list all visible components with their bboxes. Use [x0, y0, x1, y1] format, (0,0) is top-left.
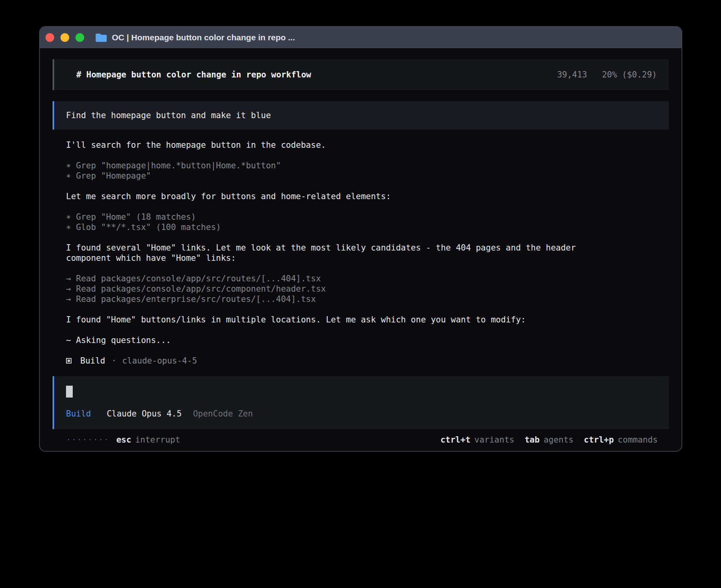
user-message: Find the homepage button and make it blu… — [53, 101, 669, 130]
interrupt-label: interrupt — [135, 435, 180, 445]
prompt-input[interactable]: Build Claude Opus 4.5 OpenCode Zen — [53, 376, 669, 429]
input-provider: OpenCode Zen — [193, 409, 253, 418]
tool-call-group: ∗ Grep "Home" (18 matches) ∗ Glob "**/*.… — [66, 212, 669, 232]
status-bar-left: ········ esc interrupt — [66, 435, 180, 445]
shortcut-variants: ctrl+t variants — [440, 435, 514, 445]
input-mode[interactable]: Build — [66, 409, 91, 418]
tool-call-grep: ∗ Grep "Homepage" — [66, 171, 669, 181]
zoom-button[interactable] — [75, 33, 84, 42]
tool-call-read: → Read packages/console/app/src/routes/[… — [66, 273, 669, 284]
status-bar-right: ctrl+t variants tab agents ctrl+p comman… — [430, 435, 658, 445]
shortcut-key: ctrl+p — [584, 435, 614, 445]
traffic-lights — [45, 33, 84, 42]
close-button[interactable] — [45, 33, 54, 42]
tool-call-read: → Read packages/console/app/src/componen… — [66, 284, 669, 294]
assistant-text: I found several "Home" links. Let me loo… — [66, 243, 579, 263]
session-meta: 39,413 20% ($0.29) — [557, 70, 657, 80]
interrupt-key: esc — [116, 435, 131, 445]
agent-status-line: Build · claude-opus-4-5 — [66, 356, 669, 366]
spinner-dots-icon: ········ — [66, 435, 109, 445]
agent-separator: · — [111, 356, 117, 366]
input-model[interactable]: Claude Opus 4.5 — [107, 409, 182, 418]
token-count: 39,413 — [557, 70, 587, 79]
shortcut-agents: tab agents — [525, 435, 574, 445]
session-header: # Homepage button color change in repo w… — [53, 59, 669, 90]
terminal-content: # Homepage button color change in repo w… — [40, 48, 681, 452]
tool-call-group: ∗ Grep "homepage|home.*button|Home.*butt… — [66, 160, 669, 181]
status-bar: ········ esc interrupt ctrl+t variants t… — [53, 434, 669, 446]
shortcut-key: ctrl+t — [440, 435, 470, 445]
shortcut-label: agents — [544, 435, 574, 445]
shortcut-label: commands — [618, 435, 658, 445]
assistant-text: I'll search for the homepage button in t… — [66, 140, 669, 150]
shortcut-commands: ctrl+p commands — [584, 435, 658, 445]
tool-call-glob: ∗ Glob "**/*.tsx" (100 matches) — [66, 222, 669, 232]
context-usage: 20% ($0.29) — [602, 70, 657, 79]
assistant-text: I found "Home" buttons/links in multiple… — [66, 315, 669, 325]
minimize-button[interactable] — [60, 33, 69, 42]
input-meta: Build Claude Opus 4.5 OpenCode Zen — [66, 409, 657, 419]
tool-call-grep: ∗ Grep "Home" (18 matches) — [66, 212, 669, 222]
tool-call-grep: ∗ Grep "homepage|home.*button|Home.*butt… — [66, 160, 669, 171]
square-dot-icon — [66, 358, 72, 364]
agent-model: claude-opus-4-5 — [122, 356, 197, 366]
tool-call-group: → Read packages/console/app/src/routes/[… — [66, 273, 669, 304]
session-title: # Homepage button color change in repo w… — [76, 70, 311, 80]
asking-questions-status: ~ Asking questions... — [66, 335, 669, 345]
terminal-window: OC | Homepage button color change in rep… — [39, 26, 682, 452]
shortcut-key: tab — [525, 435, 540, 445]
user-message-text: Find the homepage button and make it blu… — [66, 111, 271, 120]
shortcut-label: variants — [474, 435, 514, 445]
window-title: OC | Homepage button color change in rep… — [112, 33, 295, 42]
folder-icon — [95, 33, 107, 42]
text-cursor — [66, 386, 73, 398]
tool-call-read: → Read packages/enterprise/src/routes/[.… — [66, 294, 669, 304]
assistant-text: Let me search more broadly for buttons a… — [66, 191, 669, 202]
agent-name: Build — [80, 356, 105, 366]
titlebar[interactable]: OC | Homepage button color change in rep… — [40, 27, 681, 48]
